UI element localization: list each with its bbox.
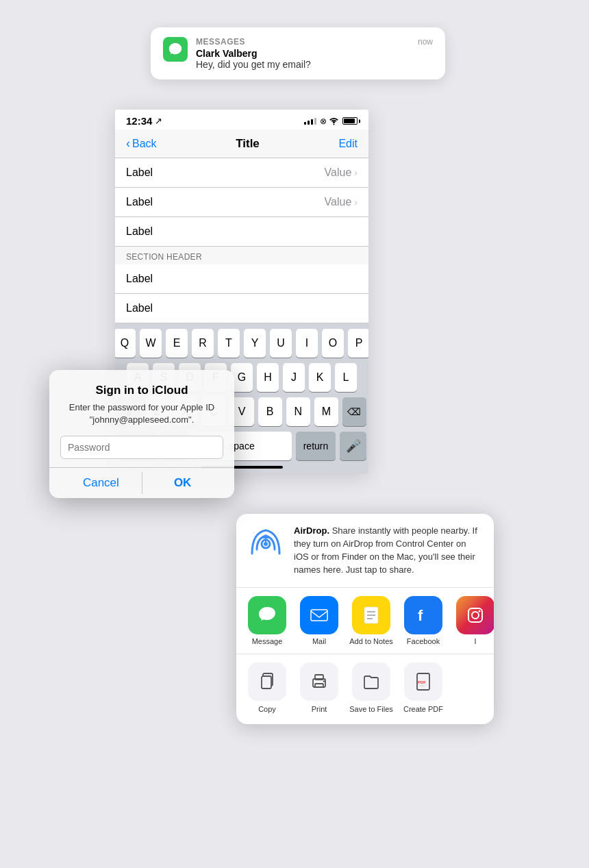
key-m[interactable]: M — [314, 397, 338, 426]
svg-text:f: f — [418, 607, 423, 624]
app-item-instagram[interactable]: I — [451, 596, 494, 645]
row-label: Label — [126, 225, 153, 238]
svg-text:PDF: PDF — [418, 680, 426, 684]
action-print[interactable]: Print — [295, 662, 343, 713]
create-pdf-icon-box: PDF — [404, 662, 442, 701]
key-w[interactable]: W — [140, 329, 162, 358]
app-item-notes[interactable]: Add to Notes — [347, 596, 395, 645]
row-label: Label — [126, 196, 153, 208]
key-u[interactable]: U — [270, 329, 292, 358]
section-header: SECTION HEADER — [115, 247, 368, 264]
key-n[interactable]: N — [286, 397, 310, 426]
location-arrow-icon: ↗ — [155, 116, 162, 126]
row-label: Label — [126, 166, 153, 179]
airdrop-icon — [247, 525, 284, 562]
create-pdf-label: Create PDF — [403, 705, 443, 713]
apps-row: Message Mail Add to Notes — [236, 588, 494, 654]
app-label: Add to Notes — [349, 637, 393, 645]
dialog-title: Sign in to iCloud — [60, 384, 223, 397]
notification-message: Hey, did you get my email? — [196, 59, 433, 70]
action-save-files[interactable]: Save to Files — [347, 662, 395, 713]
signal-icon — [304, 118, 316, 125]
back-button[interactable]: ‹ Back — [126, 136, 157, 151]
status-time: 12:34 — [126, 115, 152, 127]
notification-app-name: MESSAGES — [196, 37, 245, 47]
app-item-message[interactable]: Message — [243, 596, 291, 645]
table-section-1: Label Value › Label Value › Label — [115, 158, 368, 247]
svg-rect-15 — [262, 676, 271, 689]
key-i[interactable]: I — [296, 329, 318, 358]
status-bar: 12:34 ↗ ⊗ — [115, 110, 368, 129]
keyboard-row-1: Q W E R T Y U I O P — [117, 329, 366, 358]
key-l[interactable]: L — [335, 363, 357, 392]
svg-point-19 — [323, 681, 325, 682]
table-row[interactable]: Label Value › — [115, 188, 368, 217]
messages-app-icon — [163, 37, 188, 62]
ok-button[interactable]: OK — [142, 468, 223, 498]
svg-point-2 — [264, 542, 268, 546]
key-b[interactable]: B — [258, 397, 282, 426]
key-t[interactable]: T — [218, 329, 240, 358]
chevron-left-icon: ‹ — [126, 136, 130, 151]
svg-point-13 — [479, 610, 481, 612]
key-k[interactable]: K — [309, 363, 331, 392]
copy-label: Copy — [258, 705, 276, 713]
save-files-label: Save to Files — [349, 705, 393, 713]
app-label: I — [474, 637, 476, 645]
mail-icon — [300, 596, 338, 634]
key-r[interactable]: R — [192, 329, 214, 358]
instagram-icon — [456, 596, 494, 634]
chevron-right-icon: › — [354, 197, 358, 208]
key-h[interactable]: H — [257, 363, 279, 392]
action-copy[interactable]: Copy — [243, 662, 291, 713]
back-label: Back — [132, 138, 157, 150]
key-j[interactable]: J — [283, 363, 305, 392]
row-value: Value › — [325, 166, 358, 179]
airdrop-title: AirDrop. — [294, 525, 329, 536]
wifi-icon: ⊗ — [320, 116, 339, 126]
key-y[interactable]: Y — [244, 329, 266, 358]
notification-content: MESSAGES now Clark Valberg Hey, did you … — [196, 37, 433, 70]
notes-icon — [352, 596, 390, 634]
delete-key[interactable]: ⌫ — [342, 397, 366, 426]
notification-card: MESSAGES now Clark Valberg Hey, did you … — [151, 27, 445, 79]
dialog-message: Enter the password for your Apple ID"joh… — [60, 401, 223, 426]
airdrop-description: AirDrop. Share instantly with people nea… — [294, 525, 483, 576]
svg-point-12 — [472, 612, 479, 619]
table-row[interactable]: Label — [115, 294, 368, 323]
print-label: Print — [312, 705, 327, 713]
cancel-button[interactable]: Cancel — [60, 468, 142, 498]
share-sheet: AirDrop. Share instantly with people nea… — [236, 514, 494, 724]
app-item-facebook[interactable]: f Facebook — [399, 596, 447, 645]
status-icons: ⊗ — [304, 116, 358, 126]
battery-icon — [342, 117, 358, 125]
dictate-key[interactable]: 🎤 — [340, 432, 366, 460]
facebook-icon: f — [404, 596, 442, 634]
app-item-mail[interactable]: Mail — [295, 596, 343, 645]
messages-icon — [248, 596, 286, 634]
edit-button[interactable]: Edit — [338, 138, 358, 150]
key-q[interactable]: Q — [115, 329, 136, 358]
notification-time: now — [418, 37, 433, 47]
icloud-dialog: Sign in to iCloud Enter the password for… — [49, 370, 234, 498]
actions-row: Copy Print Save to Files — [236, 654, 494, 724]
svg-point-0 — [334, 123, 335, 125]
svg-rect-5 — [311, 610, 327, 621]
print-icon-box — [300, 662, 338, 701]
app-label: Mail — [312, 637, 326, 645]
key-e[interactable]: E — [166, 329, 188, 358]
table-row[interactable]: Label Value › — [115, 158, 368, 188]
action-create-pdf[interactable]: PDF Create PDF — [399, 662, 447, 713]
key-o[interactable]: O — [322, 329, 344, 358]
app-label: Message — [252, 637, 283, 645]
return-key[interactable]: return — [296, 432, 336, 460]
row-label: Label — [126, 302, 153, 314]
nav-title: Title — [236, 137, 260, 151]
table-row[interactable]: Label — [115, 264, 368, 294]
chevron-right-icon: › — [354, 167, 358, 178]
table-row[interactable]: Label — [115, 217, 368, 247]
row-value: Value › — [325, 196, 358, 208]
password-input[interactable] — [60, 436, 223, 459]
key-p[interactable]: P — [348, 329, 368, 358]
app-label: Facebook — [407, 637, 440, 645]
